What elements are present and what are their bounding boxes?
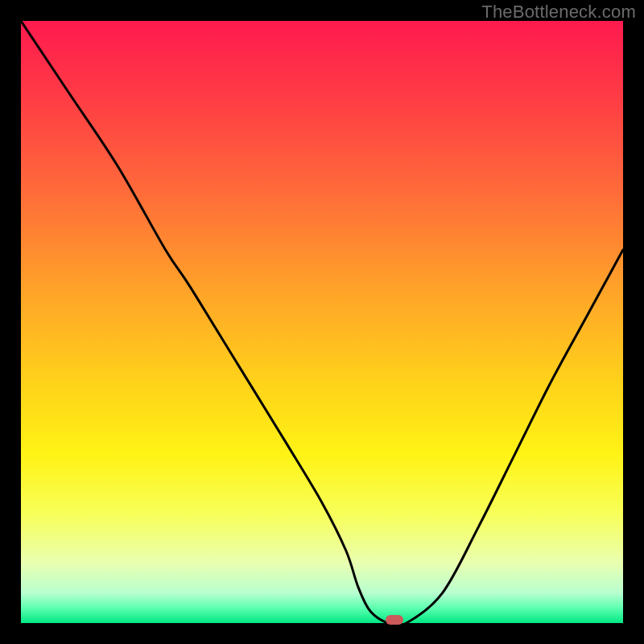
chart-svg bbox=[21, 21, 623, 623]
watermark-text: TheBottleneck.com bbox=[481, 2, 636, 23]
optimal-marker bbox=[386, 615, 403, 625]
gradient-rect bbox=[21, 21, 623, 623]
chart-frame: TheBottleneck.com bbox=[0, 0, 644, 644]
plot-area bbox=[21, 21, 623, 623]
